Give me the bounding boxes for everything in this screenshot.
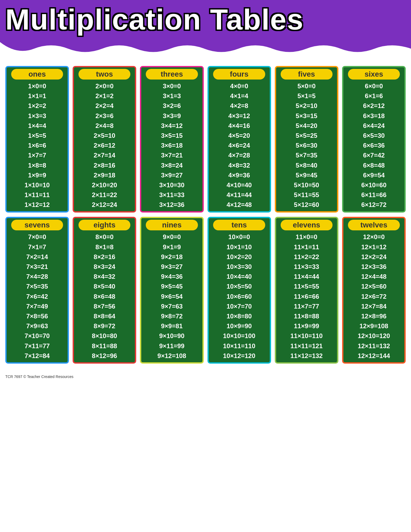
equation-row: 1×4=4 bbox=[8, 121, 66, 131]
equation-row: 11×3=33 bbox=[278, 262, 335, 272]
table-card-elevens: elevens11×0=011×1=1111×2=2211×3=3311×4=4… bbox=[275, 217, 338, 363]
equation-row: 9×8=72 bbox=[143, 311, 201, 321]
tables-grid-top: ones1×0=01×1=11×2=21×3=31×4=41×5=51×6=61… bbox=[5, 66, 406, 213]
table-card-sixes: sixes6×0=06×1=66×2=126×3=186×4=246×5=306… bbox=[342, 66, 406, 213]
equations-fives: 5×0=05×1=55×2=105×3=155×4=205×5=255×6=30… bbox=[278, 81, 335, 210]
equation-row: 10×6=60 bbox=[210, 292, 268, 301]
equation-row: 12×4=48 bbox=[345, 272, 403, 281]
equation-row: 11×5=55 bbox=[278, 281, 335, 291]
equation-row: 7×0=0 bbox=[8, 232, 66, 242]
equation-row: 3×0=0 bbox=[143, 81, 201, 91]
equation-row: 2×5=10 bbox=[76, 131, 133, 140]
equation-row: 4×0=0 bbox=[210, 81, 268, 91]
table-label-twos: twos bbox=[78, 69, 130, 80]
table-card-twelves: twelves12×0=012×1=1212×2=2412×3=3612×4=4… bbox=[342, 217, 406, 363]
table-label-threes: threes bbox=[146, 69, 198, 80]
equation-row: 4×4=16 bbox=[210, 121, 268, 131]
equation-row: 7×11=77 bbox=[8, 341, 66, 351]
header: Multiplication Tables bbox=[0, 0, 411, 42]
equation-row: 7×4=28 bbox=[8, 272, 66, 281]
footer-text: TCR 7697 © Teacher Created Resources bbox=[5, 375, 73, 379]
equation-row: 4×8=32 bbox=[210, 160, 268, 170]
equations-twelves: 12×0=012×1=1212×2=2412×3=3612×4=4812×5=6… bbox=[345, 232, 403, 360]
equation-row: 1×1=1 bbox=[8, 91, 66, 101]
equation-row: 4×9=36 bbox=[210, 170, 268, 180]
equation-row: 1×3=3 bbox=[8, 111, 66, 121]
equation-row: 3×10=30 bbox=[143, 180, 201, 190]
equation-row: 5×3=15 bbox=[278, 111, 335, 121]
equation-row: 1×0=0 bbox=[8, 81, 66, 91]
equation-row: 11×0=0 bbox=[278, 232, 335, 242]
equation-row: 10×0=0 bbox=[210, 232, 268, 242]
equation-row: 8×12=96 bbox=[76, 351, 133, 361]
equation-row: 6×2=12 bbox=[345, 101, 403, 111]
equation-row: 11×4=44 bbox=[278, 272, 335, 281]
equation-row: 10×10=100 bbox=[210, 331, 268, 341]
table-card-fives: fives5×0=05×1=55×2=105×3=155×4=205×5=255… bbox=[275, 66, 338, 213]
equation-row: 3×6=18 bbox=[143, 140, 201, 150]
equation-row: 12×12=144 bbox=[345, 351, 403, 361]
equation-row: 6×8=48 bbox=[345, 160, 403, 170]
equation-row: 6×7=42 bbox=[345, 150, 403, 160]
equation-row: 8×2=16 bbox=[76, 252, 133, 262]
equation-row: 9×6=54 bbox=[143, 292, 201, 301]
header-title: Multiplication Tables bbox=[5, 5, 406, 34]
equation-row: 12×11=132 bbox=[345, 341, 403, 351]
equation-row: 9×5=45 bbox=[143, 281, 201, 291]
equation-row: 10×7=70 bbox=[210, 301, 268, 311]
equation-row: 4×5=20 bbox=[210, 131, 268, 140]
table-label-sixes: sixes bbox=[348, 69, 400, 80]
equation-row: 5×10=50 bbox=[278, 180, 335, 190]
equation-row: 10×11=110 bbox=[210, 341, 268, 351]
equation-row: 2×2=4 bbox=[76, 101, 133, 111]
equation-row: 7×10=70 bbox=[8, 331, 66, 341]
equation-row: 8×6=48 bbox=[76, 292, 133, 301]
equation-row: 11×12=132 bbox=[278, 351, 335, 361]
equation-row: 1×12=12 bbox=[8, 200, 66, 210]
equation-row: 7×1=7 bbox=[8, 242, 66, 252]
equation-row: 8×8=64 bbox=[76, 311, 133, 321]
equation-row: 8×4=32 bbox=[76, 272, 133, 281]
table-card-sevens: sevens7×0=07×1=77×2=147×3=217×4=287×5=35… bbox=[5, 217, 69, 363]
equation-row: 9×1=9 bbox=[143, 242, 201, 252]
equation-row: 3×12=36 bbox=[143, 200, 201, 210]
equations-tens: 10×0=010×1=1010×2=2010×3=3010×4=4010×5=5… bbox=[210, 232, 268, 360]
equation-row: 8×11=88 bbox=[76, 341, 133, 351]
equation-row: 8×10=80 bbox=[76, 331, 133, 341]
equation-row: 3×2=6 bbox=[143, 101, 201, 111]
equation-row: 10×9=90 bbox=[210, 321, 268, 331]
table-card-twos: twos2×0=02×1=22×2=42×3=62×4=82×5=102×6=1… bbox=[73, 66, 136, 213]
equation-row: 1×2=2 bbox=[8, 101, 66, 111]
equation-row: 1×11=11 bbox=[8, 190, 66, 200]
equation-row: 5×12=60 bbox=[278, 200, 335, 210]
equations-twos: 2×0=02×1=22×2=42×3=62×4=82×5=102×6=122×7… bbox=[76, 81, 133, 210]
equation-row: 5×2=10 bbox=[278, 101, 335, 111]
equation-row: 8×5=40 bbox=[76, 281, 133, 291]
equation-row: 12×3=36 bbox=[345, 262, 403, 272]
content: ones1×0=01×1=11×2=21×3=31×4=41×5=51×6=61… bbox=[0, 55, 411, 373]
equation-row: 3×8=24 bbox=[143, 160, 201, 170]
equations-sixes: 6×0=06×1=66×2=126×3=186×4=246×5=306×6=36… bbox=[345, 81, 403, 210]
wave-divider bbox=[0, 42, 411, 55]
equation-row: 3×7=21 bbox=[143, 150, 201, 160]
equation-row: 5×1=5 bbox=[278, 91, 335, 101]
equation-row: 6×6=36 bbox=[345, 140, 403, 150]
equation-row: 5×11=55 bbox=[278, 190, 335, 200]
equation-row: 3×9=27 bbox=[143, 170, 201, 180]
equation-row: 5×5=25 bbox=[278, 131, 335, 140]
equation-row: 12×8=96 bbox=[345, 311, 403, 321]
equation-row: 9×3=27 bbox=[143, 262, 201, 272]
equation-row: 3×11=33 bbox=[143, 190, 201, 200]
equation-row: 11×2=22 bbox=[278, 252, 335, 262]
equation-row: 6×9=54 bbox=[345, 170, 403, 180]
equation-row: 10×1=10 bbox=[210, 242, 268, 252]
equation-row: 10×8=80 bbox=[210, 311, 268, 321]
equation-row: 3×3=9 bbox=[143, 111, 201, 121]
equation-row: 6×0=0 bbox=[345, 81, 403, 91]
equation-row: 6×1=6 bbox=[345, 91, 403, 101]
equation-row: 12×5=60 bbox=[345, 281, 403, 291]
equation-row: 7×5=35 bbox=[8, 281, 66, 291]
equation-row: 7×8=56 bbox=[8, 311, 66, 321]
equation-row: 10×12=120 bbox=[210, 351, 268, 361]
equation-row: 2×12=24 bbox=[76, 200, 133, 210]
